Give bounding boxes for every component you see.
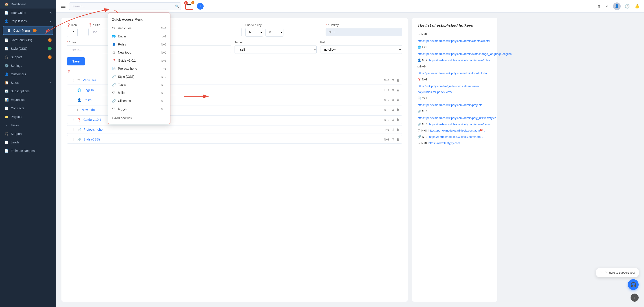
sidebar-item-estimate-request[interactable]: 📄 Estimate Request — [0, 147, 56, 155]
sidebar-item-settings[interactable]: ⚙️ Settings — [0, 61, 56, 70]
hotkey-link[interactable]: https://www.testyyiy.com — [428, 140, 460, 146]
sidebar-item-style-css[interactable]: 📄 Style (CSS) ? — [0, 44, 56, 53]
item-actions: ⚙ 🗑 — [392, 128, 399, 131]
rel-select[interactable]: nofollownoopenernoreferrer — [320, 45, 402, 54]
qa-item-new-todo[interactable]: □ New todo N+9 — [108, 48, 170, 56]
help-badge: ? — [33, 29, 36, 32]
drag-handle[interactable]: ⋮⋮ — [70, 108, 75, 111]
delete-action[interactable]: 🗑 — [396, 108, 399, 112]
file-icon: 📄 — [77, 128, 81, 131]
hotkey-link[interactable]: https://perfexmodules.wikipoly.com/admin… — [418, 38, 490, 44]
hotkey-link[interactable]: https://wikipoly.com/en/guide-to-install… — [418, 83, 492, 95]
sidebar-item-javascript[interactable]: 📄 JavaScript (JS) ? — [0, 36, 56, 44]
icon-picker[interactable]: 🛡 — [67, 28, 78, 37]
item-actions: ⚙ 🗑 — [392, 78, 399, 82]
sidebar-item-leads[interactable]: 📄 Leads — [0, 138, 56, 147]
drag-handle[interactable]: ⋮⋮ — [70, 88, 75, 92]
drag-handle[interactable]: ⋮⋮ — [70, 138, 75, 141]
item-label[interactable]: Projects hoho — [84, 128, 382, 131]
qa-item-tasks[interactable]: 🔗 Tasks N+8 — [108, 81, 170, 89]
help-badge: ? — [48, 38, 52, 42]
sidebar-item-quick-menu[interactable]: ☰ Quick Menu ? 📌 — [3, 26, 53, 35]
hotkey-prefix: 🛡 N+8: — [418, 140, 428, 146]
drag-handle[interactable]: ⋮⋮ — [70, 79, 75, 82]
avatar[interactable]: 👤 — [613, 2, 621, 10]
hotkey-link[interactable]: https://perfexmodules.wikipoly.com/adm..… — [429, 134, 483, 140]
delete-action[interactable]: 🗑 — [396, 138, 399, 141]
notifications-button[interactable]: 🔔 — [634, 3, 640, 10]
search-input[interactable] — [69, 2, 181, 10]
settings-action[interactable]: ⚙ — [392, 88, 394, 92]
delete-action[interactable]: 🗑 — [396, 128, 399, 131]
hotkey-link[interactable]: https://perfexmodules.wikipoly.com/admin… — [429, 57, 490, 63]
sidebar-item-tasks[interactable]: ✓ Tasks — [0, 121, 56, 130]
settings-action[interactable]: ⚙ — [392, 98, 394, 102]
clock-button[interactable]: 🕐 — [624, 3, 630, 10]
delete-action[interactable]: 🗑 — [396, 118, 399, 121]
sidebar-item-tour-guide[interactable]: 📄 Tour Guide < — [0, 8, 56, 17]
share-button[interactable]: ⬆ — [596, 3, 602, 10]
qa-item-style-css[interactable]: 🔗 Style (CSS) N+8 — [108, 73, 170, 81]
file-icon: 📄 — [112, 67, 116, 70]
hotkey-link[interactable]: https://perfexmodules.wikipoly.com/admin… — [418, 51, 512, 57]
delete-action[interactable]: 🗑 — [396, 78, 399, 82]
sidebar-item-label: Settings — [11, 64, 22, 67]
add-quick-access-button[interactable]: + — [197, 3, 204, 10]
contracts-icon: 📄 — [4, 106, 8, 110]
settings-action[interactable]: ⚙ — [392, 108, 394, 112]
check-button[interactable]: ✓ — [605, 3, 610, 10]
qa-item-projects-hoho[interactable]: 📄 Projects hoho T+1 — [108, 64, 170, 73]
drag-handle[interactable]: ⋮⋮ — [70, 128, 75, 131]
shortcut-n-select[interactable]: NLT — [245, 28, 263, 36]
menu-toggle-button[interactable] — [60, 3, 67, 10]
shortcut-8-select[interactable]: 8129 — [266, 28, 284, 36]
qa-item-farsi[interactable]: 🛡 فرم ها N+8 — [108, 105, 170, 113]
sidebar-item-contracts[interactable]: 📄 Contracts — [0, 104, 56, 112]
settings-action[interactable]: ⚙ — [392, 128, 394, 131]
qa-item-english[interactable]: 🌐 English L+1 — [108, 32, 170, 40]
item-label[interactable]: Style (CSS) — [84, 138, 382, 141]
sidebar-item-polyutilities[interactable]: 👤 PolyUtilities ∨ — [0, 17, 56, 25]
qa-item-clicentes[interactable]: 🔗 Clicentes N+8 — [108, 97, 170, 105]
delete-action[interactable]: 🗑 — [396, 88, 399, 92]
hotkey-item: 🛡 N+8: https://www.testyyiy.com — [418, 140, 492, 146]
settings-action[interactable]: ⚙ — [392, 138, 394, 141]
target-select[interactable]: _self_blank_parent_top — [234, 45, 316, 54]
quick-access-dropdown: Quick Access Menu 🛡 Véhicules N+8 🌐 Engl… — [108, 12, 170, 124]
hotkey-link[interactable]: https://perfexmodules.wikipoly.com/admin… — [429, 121, 490, 127]
sidebar-item-subscriptions[interactable]: 🔄 Subscriptions — [0, 87, 56, 95]
globe-icon: 🌐 — [77, 88, 81, 92]
save-button[interactable]: Save — [67, 57, 85, 65]
sidebar-item-support[interactable]: 🎧 Support ? — [0, 53, 56, 61]
chat-support-button[interactable]: 🎧 — [628, 279, 638, 290]
settings-action[interactable]: ⚙ — [392, 78, 394, 82]
headphone-icon: 🎧 — [4, 55, 8, 59]
menu-icon: ☰ — [7, 29, 11, 32]
hotkey-link[interactable]: https://perfexmodules.wikipoly.com/admin… — [418, 102, 482, 108]
sidebar-item-label: Support — [11, 132, 22, 136]
scroll-top-button[interactable]: ↑ — [630, 294, 638, 302]
sidebar-item-expenses[interactable]: 📊 Expenses — [0, 95, 56, 104]
sidebar-item-support2[interactable]: 🎧 Support — [0, 130, 56, 138]
add-new-link-button[interactable]: + Add new link — [108, 114, 170, 122]
sidebar-item-projects[interactable]: 📁 Projects — [0, 112, 56, 121]
settings-action[interactable]: ⚙ — [392, 118, 394, 121]
qa-item-vehicules[interactable]: 🛡 Véhicules N+8 — [108, 24, 170, 32]
qa-item-guide[interactable]: ❓ Guide v1.0.1 N+8 — [108, 56, 170, 64]
qa-label: Tasks — [118, 83, 159, 86]
qa-item-hello[interactable]: 🛡 hello N+8 — [108, 89, 170, 97]
delete-action[interactable]: 🗑 — [396, 98, 399, 102]
sidebar-item-dashboard[interactable]: 🏠 Dashboard — [0, 0, 56, 8]
hotkey-link[interactable]: https://perfexmodules.wikipoly.com/admin… — [418, 70, 486, 76]
hotkey-link[interactable]: https://perfexmodules.wikipoly.com/admin… — [418, 115, 496, 121]
hotkey-link[interactable]: https://perfexmodules.wikipoly.com/adm?.… — [428, 128, 485, 134]
sidebar-item-customers[interactable]: 👤 Customers — [0, 70, 56, 78]
chat-close-button[interactable]: ✕ — [600, 271, 602, 274]
drag-handle[interactable]: ⋮⋮ — [70, 118, 75, 121]
shortcut-row: NLT 8129 — [245, 28, 322, 36]
sidebar-item-sales[interactable]: 📋 Sales < — [0, 78, 56, 87]
sidebar-item-label: Projects — [11, 115, 22, 119]
qa-shortcut: N+8 — [161, 75, 166, 78]
qa-item-roles[interactable]: 👤 Roles N+2 — [108, 40, 170, 48]
drag-handle[interactable]: ⋮⋮ — [70, 98, 75, 101]
